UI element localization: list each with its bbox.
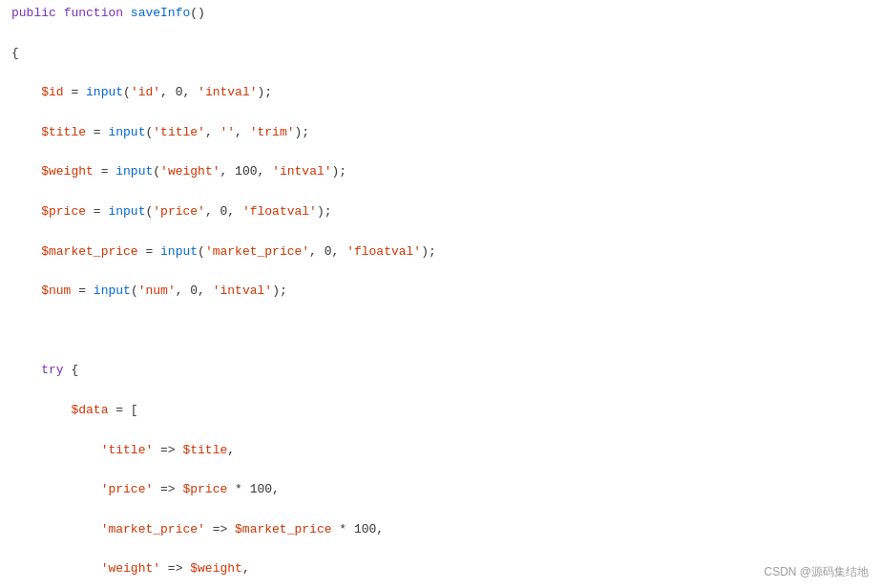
code-block: public function saveInfo() { $id = input…	[0, 0, 880, 588]
code-container: public function saveInfo() { $id = input…	[0, 0, 880, 588]
watermark-text: CSDN @源码集结地	[764, 564, 869, 580]
